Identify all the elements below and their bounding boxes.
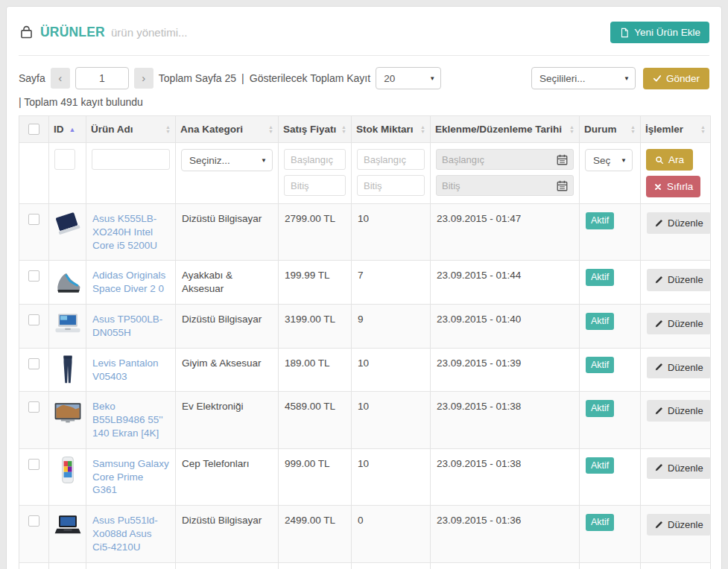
product-thumbnail bbox=[51, 396, 84, 429]
edit-button[interactable]: Düzenle bbox=[647, 269, 711, 290]
table-row: Samsung Galaxy Core Prime G361 Cep Telef… bbox=[19, 448, 711, 505]
edit-button-label: Düzenle bbox=[668, 462, 703, 474]
add-product-button[interactable]: Yeni Ürün Ekle bbox=[610, 22, 709, 43]
page-number-input[interactable] bbox=[75, 67, 129, 89]
product-category: Dizüstü Bilgisayar bbox=[176, 204, 279, 261]
toolbar: Sayfa ‹ › Toplam Sayfa 25 | Gösterilecek… bbox=[19, 67, 709, 89]
next-page-button[interactable]: › bbox=[134, 68, 153, 89]
date-end-input[interactable] bbox=[442, 180, 557, 191]
product-thumbnail bbox=[51, 510, 84, 543]
bulk-action-select[interactable]: Seçilileri... bbox=[531, 67, 636, 89]
product-category: Dizüstü Bilgisayar bbox=[176, 305, 279, 349]
product-date: 23.09.2015 - 01:40 bbox=[431, 305, 580, 349]
header-product-name[interactable]: Ürün Adı ▲▼ bbox=[86, 116, 176, 143]
edit-button-label: Düzenle bbox=[668, 217, 703, 229]
page-header: ÜRÜNLER ürün yönetimi... Yeni Ürün Ekle bbox=[19, 17, 709, 56]
stock-start-input[interactable] bbox=[357, 149, 425, 170]
select-all-checkbox[interactable] bbox=[28, 124, 39, 135]
row-checkbox[interactable] bbox=[28, 459, 39, 470]
check-icon bbox=[653, 74, 662, 83]
header-price[interactable]: Satış Fiyatı ▲▼ bbox=[279, 116, 352, 143]
status-filter-select[interactable]: Seç bbox=[585, 149, 633, 171]
edit-button[interactable]: Düzenle bbox=[647, 514, 711, 535]
product-category: Ayakkabı & Aksesuar bbox=[176, 562, 279, 569]
sort-icon: ▲▼ bbox=[165, 125, 171, 134]
product-link[interactable]: Levis Pantalon V05403 bbox=[92, 357, 159, 382]
edit-button-label: Düzenle bbox=[668, 518, 703, 531]
edit-button[interactable]: Düzenle bbox=[647, 313, 711, 334]
header-id[interactable]: ID ▲ bbox=[49, 116, 86, 143]
prev-page-button[interactable]: ‹ bbox=[51, 68, 70, 89]
table-row: CATERPILLAR Kahverengi Kar Botu Ayakkabı… bbox=[19, 562, 711, 569]
product-category: Giyim & Aksesuar bbox=[176, 348, 279, 392]
sort-icon: ▲▼ bbox=[700, 125, 706, 134]
product-price: 289.00 TL bbox=[279, 562, 352, 569]
edit-button[interactable]: Düzenle bbox=[647, 357, 711, 378]
product-thumbnail bbox=[51, 209, 84, 241]
product-thumbnail bbox=[51, 353, 84, 386]
product-price: 999.00 TL bbox=[279, 448, 352, 505]
product-link[interactable]: Asus TP500LB-DN055H bbox=[92, 314, 162, 338]
search-button[interactable]: Ara bbox=[646, 149, 693, 171]
product-category: Ayakkabı & Aksesuar bbox=[176, 261, 279, 305]
per-page-select[interactable]: 20 bbox=[376, 67, 441, 89]
reset-button[interactable]: Sıfırla bbox=[646, 176, 700, 197]
product-price: 199.99 TL bbox=[279, 261, 352, 305]
status-badge: Aktif bbox=[586, 269, 614, 286]
date-start-input[interactable] bbox=[442, 154, 557, 165]
product-date: 23.09.2015 - 01:36 bbox=[431, 506, 580, 562]
sort-icon: ▲▼ bbox=[569, 125, 575, 134]
send-button[interactable]: Gönder bbox=[643, 68, 709, 89]
header-status[interactable]: Durum ▲▼ bbox=[580, 116, 641, 143]
product-link[interactable]: Asus Pu551ld-Xo088d Asus Ci5-4210U bbox=[92, 515, 158, 553]
pencil-icon bbox=[654, 521, 663, 530]
pagination: Sayfa ‹ › Toplam Sayfa 25 | Gösterilecek… bbox=[19, 67, 441, 89]
products-table: ID ▲ Ürün Adı ▲▼ Ana Kategori ▲▼ Satış F… bbox=[19, 115, 711, 569]
header-select-all bbox=[19, 116, 49, 143]
price-start-input[interactable] bbox=[284, 149, 346, 170]
calendar-icon[interactable] bbox=[557, 180, 568, 191]
row-checkbox[interactable] bbox=[28, 214, 39, 225]
row-checkbox[interactable] bbox=[28, 270, 39, 282]
category-filter-select[interactable]: Seçiniz... bbox=[181, 149, 273, 171]
search-button-label: Ara bbox=[668, 154, 684, 165]
row-checkbox[interactable] bbox=[28, 515, 39, 527]
product-date: 23.09.2015 - 01:44 bbox=[431, 261, 580, 305]
edit-button[interactable]: Düzenle bbox=[647, 457, 711, 479]
product-price: 189.00 TL bbox=[279, 348, 352, 392]
id-filter-input[interactable] bbox=[54, 149, 75, 170]
name-filter-input[interactable] bbox=[92, 149, 170, 170]
edit-button[interactable]: Düzenle bbox=[647, 212, 711, 234]
row-checkbox[interactable] bbox=[28, 358, 39, 369]
price-end-input[interactable] bbox=[284, 175, 346, 196]
header-stock[interactable]: Stok Miktarı ▲▼ bbox=[352, 116, 431, 143]
header-category[interactable]: Ana Kategori ▲▼ bbox=[176, 116, 279, 143]
pencil-icon bbox=[654, 276, 663, 284]
status-badge: Aktif bbox=[586, 212, 614, 229]
table-row: Beko B55LB9486 55'' 140 Ekran [4K] Ev El… bbox=[19, 392, 711, 448]
send-button-label: Gönder bbox=[666, 73, 700, 84]
calendar-icon[interactable] bbox=[557, 154, 568, 165]
row-checkbox[interactable] bbox=[28, 401, 39, 413]
status-badge: Aktif bbox=[586, 400, 614, 417]
sort-icon: ▲▼ bbox=[630, 125, 636, 134]
product-link[interactable]: Beko B55LB9486 55'' 140 Ekran [4K] bbox=[92, 401, 163, 439]
edit-button-label: Düzenle bbox=[668, 317, 703, 330]
product-link[interactable]: Adidas Originals Space Diver 2 0 bbox=[92, 270, 165, 294]
header-actions[interactable]: İşlemler ▲▼ bbox=[641, 116, 711, 143]
table-row: Asus Pu551ld-Xo088d Asus Ci5-4210U Dizüs… bbox=[19, 506, 711, 562]
product-link[interactable]: Asus K555LB-XO240H Intel Core i5 5200U bbox=[92, 213, 157, 251]
edit-button-label: Düzenle bbox=[668, 404, 703, 417]
edit-button[interactable]: Düzenle bbox=[647, 400, 711, 422]
product-stock: 7 bbox=[352, 261, 431, 305]
page-label: Sayfa bbox=[19, 72, 45, 84]
bulk-actions: Seçilileri... ▼ Gönder bbox=[531, 67, 709, 89]
status-badge: Aktif bbox=[586, 313, 614, 330]
header-date[interactable]: Eklenme/Düzenleme Tarihi ▲▼ bbox=[431, 116, 580, 143]
stock-end-input[interactable] bbox=[357, 175, 425, 196]
page-title: ÜRÜNLER bbox=[40, 25, 105, 40]
product-link[interactable]: Samsung Galaxy Core Prime G361 bbox=[92, 458, 169, 496]
pencil-icon bbox=[654, 407, 663, 416]
table-row: Adidas Originals Space Diver 2 0 Ayakkab… bbox=[19, 261, 711, 305]
row-checkbox[interactable] bbox=[28, 314, 39, 325]
